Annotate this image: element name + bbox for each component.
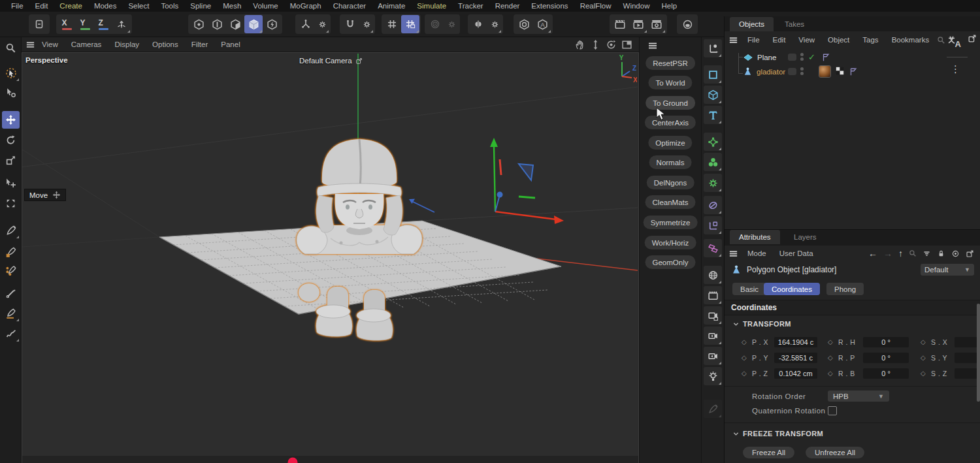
history-back-icon[interactable]: ← [868,248,877,259]
gladiator-uvw-tag-icon[interactable] [836,67,844,75]
sketch-tool-icon[interactable] [2,325,20,342]
key-diamond-icon[interactable]: ◇ [828,354,833,361]
camera-icon[interactable] [704,327,722,345]
polygons-mode-button[interactable] [226,15,244,33]
cleanmats-button[interactable]: CleanMats [645,195,696,209]
key-diamond-icon[interactable]: ◇ [742,370,747,377]
rotation-order-dropdown[interactable]: HPB▼ [828,391,889,402]
normals-button[interactable]: Normals [649,155,692,169]
freeze-all-button[interactable]: Freeze All [743,447,794,458]
menu-realflow[interactable]: RealFlow [574,2,617,10]
plane-polygon-tag-icon[interactable] [821,53,830,62]
undo-history-button[interactable] [30,15,48,33]
render-picture-viewer-button[interactable] [629,15,647,33]
viewport-menu-display[interactable]: Display [108,40,146,48]
material-sphere-icon[interactable] [678,15,696,33]
view-label[interactable]: Perspective [25,56,68,64]
stage-film-icon[interactable] [704,286,722,304]
text-object-icon[interactable] [704,106,722,124]
render-settings-button[interactable] [647,15,666,33]
menu-tools[interactable]: Tools [155,2,184,10]
objects-menu-icon[interactable] [728,35,741,45]
key-diamond-icon[interactable]: ◇ [828,338,833,345]
environment-globe-icon[interactable] [704,266,722,284]
scale-tool-icon[interactable] [2,152,20,169]
lock-workplane-icon[interactable] [401,15,419,33]
attributes-search-icon[interactable] [909,249,917,257]
tweak-tool-icon[interactable] [2,84,20,101]
to-world-button[interactable]: To World [648,76,692,89]
tab-basic[interactable]: Basic [732,283,766,295]
menu-create[interactable]: Create [54,2,88,10]
gladiator-layer-chip[interactable] [788,68,796,75]
filter-icon[interactable] [923,249,931,258]
snap-settings-gear-icon[interactable] [359,15,374,33]
quaternion-checkbox[interactable] [828,406,837,415]
track-focus-icon[interactable] [951,249,960,258]
axis-tool-button[interactable] [112,15,131,33]
axis-dot-icon[interactable] [704,39,722,57]
optimize-button[interactable]: Optimize [648,136,692,150]
pen-square-icon[interactable] [2,243,20,261]
gladiator-material-tag-icon[interactable] [819,65,831,78]
metaball-cluster-icon[interactable] [704,153,722,171]
menu-select[interactable]: Select [122,2,155,10]
py-field[interactable]: -32.5851 c [774,353,817,363]
attributes-menu-mode[interactable]: Mode [741,249,773,257]
rp-field[interactable]: 0 ° [863,353,909,363]
tree-row-plane[interactable]: Plane ✓ [743,51,965,63]
axis-cube-icon[interactable] [704,216,722,234]
menu-extensions[interactable]: Extensions [525,2,574,10]
orbit-rotate-icon[interactable] [606,39,617,50]
preset-dropdown[interactable]: Default▼ [921,264,974,276]
tab-coordinates[interactable]: Coordinates [764,283,820,295]
camera-2-icon[interactable] [704,347,722,365]
attributes-scrollbar[interactable] [977,304,980,402]
objects-menu-edit[interactable]: Edit [766,36,792,44]
pen-underline-icon[interactable] [2,304,20,322]
attributes-detach-icon[interactable] [966,249,974,258]
tab-takes[interactable]: Takes [776,17,813,31]
axis-lock-z-button[interactable]: Z [94,15,112,33]
symmetrize-button[interactable]: Symmetrize [644,216,698,229]
transform-group-header[interactable]: TRANSFORM [732,320,791,328]
key-diamond-icon[interactable]: ◇ [742,338,747,345]
pz-field[interactable]: 0.1042 cm [774,368,817,379]
viewport-menu-icon[interactable] [25,40,35,50]
symmetry-gear-icon[interactable] [487,15,502,33]
rh-field[interactable]: 0 ° [863,337,909,347]
viewport-menu-filter[interactable]: Filter [185,40,215,48]
dolly-zoom-icon[interactable] [590,39,601,50]
resetpsr-button[interactable]: ResetPSR [645,56,695,70]
menu-window[interactable]: Window [617,2,656,10]
parent-up-icon[interactable]: ↑ [898,248,903,259]
stage-camera-icon[interactable] [704,306,722,325]
key-diamond-icon[interactable]: ◇ [921,354,926,361]
live-selection-icon[interactable] [2,64,20,82]
axis-lock-x-button[interactable]: X [57,15,76,33]
menu-animate[interactable]: Animate [372,2,411,10]
objects-menu-bookmarks[interactable]: Bookmarks [885,36,936,44]
geomonly-button[interactable]: GeomOnly [645,255,696,269]
spline-rect-icon[interactable] [704,65,722,84]
objects-menu-tags[interactable]: Tags [856,36,885,44]
gladiator-polygon-tag-icon[interactable] [849,67,858,76]
menu-render[interactable]: Render [489,2,526,10]
modeling-hex-circle-icon[interactable] [515,15,533,33]
key-diamond-icon[interactable]: ◇ [921,338,926,345]
kinematics-settings-gear-icon[interactable] [315,15,329,33]
viewport-menu-options[interactable]: Options [146,40,185,48]
viewport-menu-cameras[interactable]: Cameras [65,40,108,48]
tree-row-gladiator[interactable]: gladiator [743,65,965,78]
kinematics-icon[interactable] [297,15,315,33]
rotate-tool-icon[interactable] [2,131,20,149]
attributes-menu-userdata[interactable]: User Data [773,249,820,257]
symmetry-mirror-icon[interactable] [469,15,487,33]
objects-menu-file[interactable]: File [741,36,766,44]
knife-tool-icon[interactable] [2,285,20,302]
pan-hand-icon[interactable] [574,39,585,50]
rb-field[interactable]: 0 ° [863,368,909,379]
plane-object-label[interactable]: Plane [757,54,776,61]
menu-tracker[interactable]: Tracker [452,2,489,10]
objects-menu-object[interactable]: Object [821,36,856,44]
